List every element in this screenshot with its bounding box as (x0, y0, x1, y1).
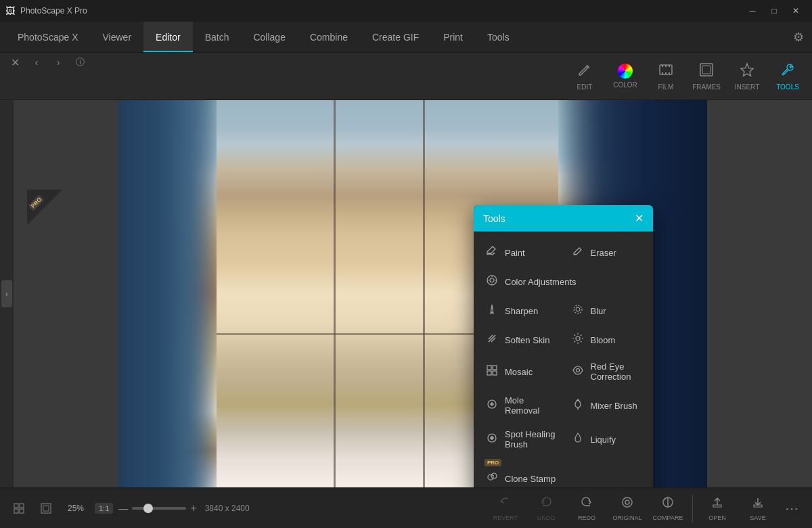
tool-item-liquify[interactable]: Liquify (564, 422, 650, 456)
original-icon (621, 496, 634, 512)
zoom-ratio[interactable]: 1:1 (95, 503, 113, 514)
tab-tools[interactable]: Tools (475, 22, 522, 52)
tool-btn-edit[interactable]: EDIT (566, 56, 604, 97)
tools-popup-header: Tools ✕ (474, 205, 653, 232)
compare-icon (661, 496, 675, 512)
settings-icon[interactable]: ⚙ (793, 30, 804, 45)
more-button[interactable]: ⋯ (780, 500, 804, 516)
color-adj-label: Color Adjustments (505, 277, 577, 287)
blur-label: Blur (591, 306, 606, 316)
tool-btn-film[interactable]: FILM (647, 56, 685, 97)
paint-icon (486, 245, 498, 261)
tab-viewer[interactable]: Viewer (91, 22, 144, 52)
open-button[interactable]: OPEN (698, 496, 736, 521)
liquify-label: Liquify (591, 435, 616, 445)
paint-label: Paint (505, 248, 525, 258)
svg-rect-6 (669, 72, 670, 74)
tool-btn-insert[interactable]: INSERT (728, 56, 766, 97)
svg-point-31 (623, 498, 632, 507)
window-controls: ─ □ ✕ (742, 0, 807, 22)
info-button[interactable]: ⓘ (70, 53, 89, 72)
app-icon: 🖼 (5, 5, 15, 16)
tool-item-soften[interactable]: Soften Skin (478, 326, 564, 355)
tab-print[interactable]: Print (431, 22, 475, 52)
soften-label: Soften Skin (505, 335, 550, 345)
bloom-label: Bloom (591, 335, 616, 345)
svg-rect-30 (43, 506, 49, 511)
zoom-plus-icon[interactable]: + (190, 502, 196, 514)
grid-icon[interactable] (8, 498, 30, 519)
tools-popup-close[interactable]: ✕ (635, 212, 644, 225)
save-icon (751, 496, 765, 512)
mixer-label: Mixer Brush (591, 401, 637, 411)
svg-rect-3 (669, 65, 670, 67)
undo-icon (539, 496, 553, 512)
svg-point-10 (487, 276, 497, 285)
prev-button[interactable]: ‹ (27, 53, 46, 72)
svg-rect-5 (665, 72, 667, 74)
redo-button[interactable]: REDO (568, 496, 606, 521)
expand-button[interactable]: › (1, 280, 12, 307)
zoom-minus-icon[interactable]: — (118, 503, 128, 514)
compare-button[interactable]: COMPARE (649, 496, 687, 521)
red-eye-label: Red Eye Correction (591, 361, 641, 382)
tab-photoscape[interactable]: PhotoScape X (5, 22, 91, 52)
tab-batch[interactable]: Batch (193, 22, 242, 52)
sharpen-icon (486, 303, 498, 319)
svg-rect-28 (20, 509, 24, 513)
svg-rect-15 (487, 366, 491, 370)
save-button[interactable]: SAVE (739, 496, 777, 521)
liquify-icon (572, 432, 584, 447)
tool-btn-color[interactable]: COLOR (606, 56, 644, 97)
title-bar: 🖼 PhotoScape X Pro ─ □ ✕ (0, 0, 812, 22)
left-panel: › (0, 100, 14, 487)
tool-item-mole-removal[interactable]: Mole Removal (478, 389, 564, 422)
tool-item-mixer-brush[interactable]: Mixer Brush (564, 389, 650, 422)
soften-icon (486, 332, 498, 348)
tool-item-red-eye[interactable]: Red Eye Correction (564, 355, 650, 389)
close-nav-button[interactable]: ✕ (5, 53, 24, 72)
mosaic-icon (486, 364, 498, 380)
maximize-button[interactable]: □ (763, 0, 785, 22)
tool-item-bloom[interactable]: Bloom (564, 326, 650, 355)
original-button[interactable]: ORIGINAL (608, 496, 646, 521)
tool-item-blur[interactable]: Blur (564, 296, 650, 326)
red-eye-icon (572, 364, 584, 380)
spot-healing-label: Spot Healing Brush (505, 429, 556, 449)
zoom-slider[interactable] (132, 507, 186, 510)
revert-icon (499, 496, 512, 512)
bottom-bar: 25% 1:1 — + 3840 x 2400 REVERT UNDO (0, 487, 812, 528)
tool-item-paint[interactable]: Paint (478, 238, 564, 267)
tool-item-mosaic[interactable]: Mosaic (478, 355, 564, 389)
close-button[interactable]: ✕ (785, 0, 807, 22)
next-button[interactable]: › (49, 53, 68, 72)
tools-popup-title: Tools (483, 213, 505, 224)
tool-item-color-adj[interactable]: Color Adjustments (478, 267, 649, 296)
spot-healing-icon (486, 432, 498, 447)
tools-grid: Paint Eraser (478, 238, 649, 487)
frame-icon[interactable] (35, 498, 57, 519)
tool-item-eraser[interactable]: Eraser (564, 238, 650, 267)
undo-button[interactable]: UNDO (527, 496, 565, 521)
svg-rect-29 (41, 504, 51, 513)
revert-button[interactable]: REVERT (487, 496, 524, 521)
sharpen-label: Sharpen (505, 306, 538, 316)
svg-rect-17 (487, 371, 491, 375)
svg-point-12 (574, 305, 582, 313)
tool-item-clone-stamp[interactable]: PRO Clone Stamp (478, 456, 649, 487)
tab-editor[interactable]: Editor (143, 22, 193, 52)
minimize-button[interactable]: ─ (742, 0, 763, 22)
svg-point-32 (625, 500, 629, 504)
tool-btn-frames[interactable]: FRAMES (687, 56, 725, 97)
tab-combine[interactable]: Combine (298, 22, 360, 52)
tab-creategif[interactable]: Create GIF (360, 22, 431, 52)
tab-collage[interactable]: Collage (241, 22, 297, 52)
eraser-label: Eraser (591, 248, 616, 258)
svg-rect-26 (20, 504, 24, 508)
clone-label: Clone Stamp (505, 474, 556, 484)
tool-btn-tools[interactable]: TOOLS (769, 56, 807, 97)
tool-item-sharpen[interactable]: Sharpen (478, 296, 564, 326)
toolbar-top: ✕ ‹ › ⓘ EDIT COLOR F (0, 53, 812, 100)
svg-rect-18 (493, 371, 497, 375)
tool-item-spot-healing[interactable]: Spot Healing Brush (478, 422, 564, 456)
